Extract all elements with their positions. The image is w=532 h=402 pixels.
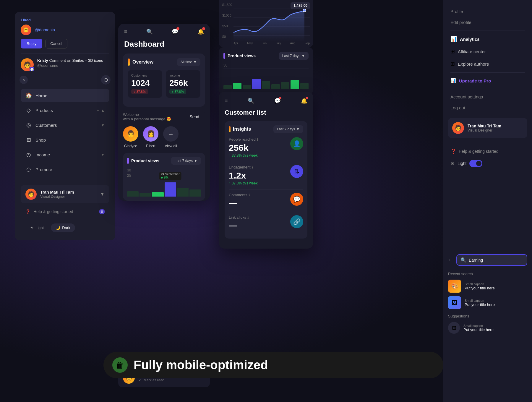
recent-item-2[interactable]: 🖼 Small caption Put your title here (448, 296, 527, 309)
account-settings-label: Account settings (450, 94, 483, 99)
right-theme-section: ☀ Light (443, 157, 532, 170)
overview-label-row: Overview (128, 59, 153, 66)
x-july: July (276, 42, 281, 45)
right-divider-1 (450, 30, 525, 30)
x-may: May (247, 42, 253, 45)
recent-thumb-1: 🎨 (448, 280, 461, 293)
customer-list-panel: ≡ 🔍 💬 🔔 Customer list Insights Last 7 da… (219, 92, 313, 249)
products-collapse-icon[interactable]: ▲ (101, 108, 105, 113)
mini-bar-6 (189, 189, 201, 197)
liked-label: Liked (21, 18, 109, 22)
products-add-icon[interactable]: + (97, 108, 99, 113)
income-expand-icon[interactable]: ▼ (101, 153, 105, 157)
recent-item-1[interactable]: 🎨 Small caption Put your title here (448, 280, 527, 293)
recent-item-1-content: Small caption Put your title here (465, 282, 495, 290)
reply-button[interactable]: Reply (21, 39, 42, 48)
sidebar-close-button[interactable]: × (20, 76, 28, 84)
sidebar-item-shop[interactable]: ⊞ Shop (21, 133, 109, 147)
dark-label: Dark (62, 226, 70, 230)
notification-user-row: 😊 @domenia (21, 25, 109, 35)
chart-x-labels: Apr May Jun July Aug Sep (233, 42, 310, 45)
time-selector[interactable]: All time ▼ (177, 58, 200, 66)
suggestion-item-1[interactable]: ⊞ Small caption Put your title here (448, 322, 527, 334)
message-badge (176, 27, 179, 30)
customers-icon: ◎ (25, 122, 32, 128)
search-icon[interactable]: 🔍 (146, 28, 153, 35)
customer-list-title: Customer list (225, 109, 307, 116)
cl-menu-icon[interactable]: ≡ (225, 98, 228, 104)
search-input[interactable] (469, 258, 523, 262)
comments-row: Comments ℹ — 💬 (229, 193, 303, 208)
view-all-button[interactable]: → (163, 126, 179, 142)
sidebar-item-customers[interactable]: ◎ Customers ▼ (21, 118, 109, 132)
right-nav-profile[interactable]: Profile (443, 6, 532, 17)
pv-panel-time-label: Last 7 days (282, 54, 300, 58)
sidebar-item-income[interactable]: ◴ Income ▼ (21, 148, 109, 161)
comment-target: Smiles – 3D icons (72, 58, 103, 63)
right-nav-edit-profile[interactable]: Edit profile (443, 17, 532, 28)
light-theme-button[interactable]: ☀ Light (25, 223, 48, 232)
nav-home-label: Home (35, 93, 105, 98)
insights-time-selector[interactable]: Last 7 days ▼ (273, 125, 303, 133)
x-aug: Aug (290, 42, 296, 45)
overview-accent-dot (128, 59, 130, 66)
people-reached-title: People reached ℹ (229, 137, 258, 142)
contact-elbert[interactable]: 👩 Elbert (143, 126, 158, 148)
products-icon: ◇ (25, 107, 32, 114)
mark-as-read[interactable]: ✓ Mark as read (138, 378, 164, 382)
sidebar-user-expand-icon[interactable]: ▼ (100, 192, 105, 197)
customers-expand-icon[interactable]: ▼ (101, 123, 105, 127)
nav-customers-label: Customers (35, 123, 97, 128)
right-help-label[interactable]: Help & getting started (459, 149, 499, 154)
menu-icon[interactable]: ≡ (124, 29, 127, 35)
upgrade-label: Upgrade to Pro (459, 78, 491, 83)
help-badge: 8 (99, 209, 105, 214)
light-toggle[interactable] (469, 160, 482, 167)
right-nav-logout[interactable]: Log out (443, 102, 532, 113)
view-all-contact[interactable]: → View all (163, 126, 179, 148)
people-reached-left: People reached ℹ 256k ↑ 37.8% this week (229, 137, 258, 158)
dark-theme-button[interactable]: 🌙 Dark (51, 223, 75, 232)
cl-search-icon[interactable]: 🔍 (248, 98, 254, 104)
sidebar-item-products[interactable]: ◇ Products + ▲ (21, 103, 109, 117)
send-button[interactable]: Send (184, 111, 205, 122)
customers-badge-value: 37.8% (137, 90, 146, 93)
sidebar-user-info: Tran Mau Tri Tam Visual Designer (40, 190, 96, 199)
search-back-button[interactable]: ← (448, 257, 453, 263)
recent-caption-1: Small caption (465, 282, 495, 286)
upgrade-chart-icon: 📊 (450, 78, 456, 83)
right-nav-analytics[interactable]: 📊 Analytics (443, 33, 532, 45)
overview-label: Overview (132, 59, 153, 65)
metric-divider-3 (229, 212, 303, 212)
dashboard-panel: ≡ 🔍 💬 🔔 Dashboard Overview All time ▼ Cu… (118, 24, 210, 201)
engagement-up-icon: ↑ (229, 181, 231, 185)
pv-time-selector[interactable]: Last 7 days ▼ (171, 157, 201, 165)
pv-panel-time-selector[interactable]: Last 7 days ▼ (279, 52, 309, 60)
notification-username[interactable]: @domenia (35, 27, 55, 32)
suggestion-content-1: Small caption Put your title here (463, 324, 494, 332)
pv-bar-8 (291, 80, 299, 90)
link-clicks-title: Link clicks ℹ (229, 215, 249, 220)
right-user-section[interactable]: 🧑 Tran Mau Tri Tam Visual Designer (448, 118, 527, 138)
people-reached-up-icon: ↑ (229, 153, 231, 158)
right-nav-account-settings[interactable]: Account settings (443, 91, 532, 102)
pv-time-label: Last 7 days (175, 159, 193, 163)
metric-divider-1 (229, 162, 303, 162)
sidebar-user-section[interactable]: 🧑 Tran Mau Tri Tam Visual Designer ▼ (21, 185, 109, 203)
contact-gladyce[interactable]: 👨 Gladyce (123, 126, 138, 148)
suggestion-icon-1: ⊞ (448, 322, 460, 334)
sidebar-help-item[interactable]: ❓ Help & getting started 8 (21, 206, 109, 218)
banner-text: Fully mobile-optimized (134, 358, 268, 372)
sidebar-item-home[interactable]: 🏠 Home (21, 89, 109, 102)
right-nav-upgrade[interactable]: 📊 Upgrade to Pro (443, 75, 532, 86)
mini-bar-chart: 24 September 20k (127, 179, 201, 197)
right-nav-affiliate[interactable]: ⊞ Affiliate center (443, 45, 532, 58)
comment-action: Comment on (49, 58, 71, 63)
right-nav-explore[interactable]: ⊞ Explore authors (443, 58, 532, 70)
sidebar-item-promote[interactable]: ◌ Promote (21, 163, 109, 176)
search-input-wrap[interactable]: 🔍 (456, 254, 527, 266)
customers-stat-badge: ↓ 37.8% (131, 89, 148, 94)
right-light-section: ❓ Help & getting started (443, 145, 532, 157)
cancel-button[interactable]: Cancel (45, 39, 67, 48)
analytics-label: Analytics (460, 37, 480, 42)
